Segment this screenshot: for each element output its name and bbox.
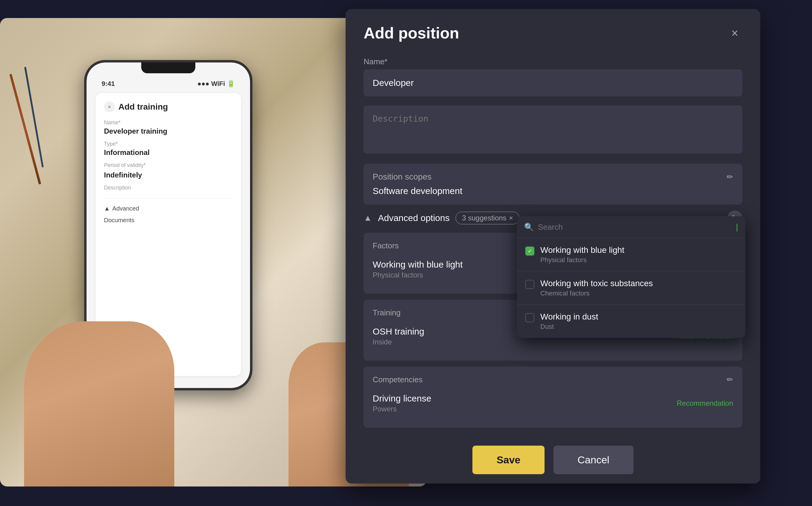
- suggestions-close-icon[interactable]: ×: [509, 214, 513, 222]
- dropdown-item-3[interactable]: Working in dust Dust: [517, 305, 745, 338]
- search-icon: 🔍: [524, 223, 534, 232]
- phone-type-label: Type*: [104, 141, 233, 147]
- phone-name-value: Developer training: [104, 127, 233, 136]
- name-label: Name*: [364, 57, 742, 66]
- dropdown-search-area: 🔍 |: [517, 216, 745, 238]
- suggestions-count: 3 suggestions: [462, 214, 506, 222]
- phone-status-bar: 9:41 ●●● WiFi 🔋: [92, 78, 244, 90]
- phone-time: 9:41: [101, 80, 115, 88]
- dropdown-item-2[interactable]: Working with toxic substances Chemical f…: [517, 271, 745, 305]
- phone-close-btn[interactable]: ×: [104, 101, 115, 112]
- checkbox-3[interactable]: [525, 313, 534, 322]
- checkbox-2[interactable]: [525, 280, 534, 289]
- factors-dropdown: 🔍 | ✓ Working with blue light Physical f…: [517, 216, 745, 338]
- phone-name-label: Name*: [104, 119, 233, 126]
- desk-pen-2: [24, 67, 44, 168]
- factor-1-type: Physical factors: [373, 271, 463, 279]
- dialog-title: Add position: [364, 24, 459, 42]
- phone-documents-section: Documents: [104, 215, 233, 226]
- factor-1-name: Working with blue light: [373, 259, 463, 270]
- training-info-1: OSH training Inside: [373, 326, 424, 346]
- save-button[interactable]: Save: [472, 446, 544, 474]
- dropdown-item-1-name: Working with blue light: [540, 245, 624, 255]
- dialog-footer: Save Cancel: [364, 434, 742, 474]
- dropdown-item-3-type: Dust: [540, 323, 598, 331]
- chevron-up-icon[interactable]: ▲: [364, 213, 372, 223]
- phone-period-label: Period of validity*: [104, 162, 146, 168]
- phone-card-title: Add training: [119, 102, 168, 112]
- dialog-close-button[interactable]: ×: [727, 25, 742, 40]
- advanced-options-label: Advanced options: [378, 213, 450, 223]
- factor-info-1: Working with blue light Physical factors: [373, 259, 463, 279]
- dropdown-search-input[interactable]: [538, 223, 732, 232]
- position-scopes-value: Software development: [373, 186, 733, 196]
- name-section: Name*: [364, 57, 742, 96]
- training-1-name: OSH training: [373, 326, 424, 337]
- dropdown-item-1[interactable]: ✓ Working with blue light Physical facto…: [517, 238, 745, 271]
- competencies-label: Competencies: [373, 375, 423, 385]
- dialog-header: Add position ×: [364, 24, 742, 42]
- phone-signal: ●●● WiFi 🔋: [198, 80, 235, 88]
- position-scopes-section: Position scopes ✏ Software development: [364, 164, 742, 204]
- phone-card-header: × Add training: [104, 101, 233, 112]
- position-scopes-edit-icon[interactable]: ✏: [727, 172, 733, 182]
- cancel-button[interactable]: Cancel: [553, 446, 634, 474]
- dropdown-item-2-info: Working with toxic substances Chemical f…: [540, 279, 653, 297]
- dropdown-item-2-name: Working with toxic substances: [540, 279, 653, 288]
- hand-left: [24, 321, 174, 487]
- description-section: [364, 105, 742, 155]
- search-cursor: |: [736, 222, 738, 232]
- checkbox-1[interactable]: ✓: [525, 247, 534, 256]
- position-scopes-header: Position scopes ✏: [373, 172, 733, 182]
- check-icon-1: ✓: [528, 248, 532, 254]
- factors-label: Factors: [373, 241, 399, 250]
- phone-period-value: Indefinitely: [104, 171, 233, 179]
- competency-1-type: Powers: [373, 405, 431, 413]
- competencies-edit-icon[interactable]: ✏: [727, 375, 733, 385]
- dropdown-item-2-type: Chemical factors: [540, 289, 653, 297]
- dropdown-item-3-name: Working in dust: [540, 312, 598, 322]
- description-textarea[interactable]: [364, 105, 742, 154]
- dropdown-item-1-type: Physical factors: [540, 256, 624, 264]
- competency-row-1: Driving license Powers Recommendation: [373, 388, 733, 419]
- competencies-header: Competencies ✏: [373, 375, 733, 385]
- suggestions-badge: 3 suggestions ×: [456, 212, 519, 224]
- name-input[interactable]: [364, 69, 742, 96]
- position-scopes-label: Position scopes: [373, 172, 432, 182]
- competency-info-1: Driving license Powers: [373, 394, 431, 413]
- phone-advanced-section: ▲ Advanced: [104, 203, 233, 215]
- competencies-section: Competencies ✏ Driving license Powers Re…: [364, 367, 742, 428]
- dropdown-item-3-info: Working in dust Dust: [540, 312, 598, 331]
- dropdown-item-1-info: Working with blue light Physical factors: [540, 245, 624, 264]
- phone-desc-label: Description: [104, 185, 233, 191]
- competency-1-name: Driving license: [373, 394, 431, 404]
- phone-type-value: Informational: [104, 148, 233, 157]
- phone-notch: [141, 63, 195, 73]
- competency-1-badge: Recommendation: [677, 399, 733, 408]
- training-label: Training: [373, 308, 400, 317]
- training-1-type: Inside: [373, 338, 424, 346]
